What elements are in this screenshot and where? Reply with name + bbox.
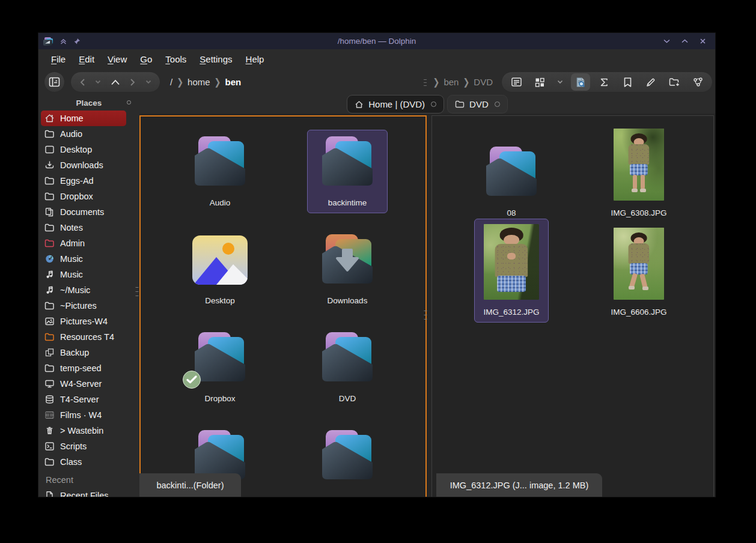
folder-icon xyxy=(189,135,251,190)
document-icon xyxy=(44,491,55,497)
urlbar-splitter-handle[interactable] xyxy=(424,78,427,86)
tab-dvd[interactable]: DVD xyxy=(447,95,508,114)
file-tile-img-6308-jpg[interactable]: IMG_6308.JPG xyxy=(602,123,675,223)
forward-history-dropdown[interactable] xyxy=(145,80,151,84)
sidebar-item-wastebin[interactable]: > Wastebin xyxy=(41,423,126,438)
sidebar-item-downloads[interactable]: Downloads xyxy=(41,157,126,173)
back-button[interactable] xyxy=(79,78,85,86)
file-name-label: IMG_6312.JPG xyxy=(483,307,539,317)
up-button[interactable] xyxy=(111,79,120,85)
pin-icon[interactable] xyxy=(73,37,81,46)
pane-splitter-handle[interactable] xyxy=(424,309,427,320)
sidebar-item-dropbox[interactable]: Dropbox xyxy=(41,189,126,204)
sidebar-splitter-handle[interactable] xyxy=(135,285,139,296)
sidebar-item-music[interactable]: Music xyxy=(41,251,126,267)
places-panel-button[interactable] xyxy=(127,100,131,105)
breadcrumb-dvd[interactable]: DVD xyxy=(474,77,493,87)
show-panels-button[interactable] xyxy=(44,71,65,93)
shade-window-icon[interactable] xyxy=(59,37,67,46)
folder-icon xyxy=(44,129,55,139)
sidebar-item-label: Home xyxy=(60,114,84,123)
menu-settings[interactable]: Settings xyxy=(194,52,237,67)
window-title: /home/ben — Dolphin xyxy=(38,37,715,46)
tab-close-icon[interactable] xyxy=(431,102,436,107)
sidebar-item-w4-server[interactable]: W4-Server xyxy=(41,376,126,392)
folder-tile-desktop[interactable]: Desktop xyxy=(180,228,260,311)
sidebar-item-label: Music xyxy=(60,254,83,264)
folder-tile-item[interactable] xyxy=(307,423,388,497)
file-tile-img-6606-jpg[interactable]: IMG_6606.JPG xyxy=(602,222,675,323)
sidebar-item-admin[interactable]: Admin xyxy=(41,235,126,251)
folder-icon xyxy=(44,223,55,233)
folder-view-left-pane[interactable]: Audio backintime Desktop Downloads Dropb… xyxy=(139,115,427,497)
left-pane-status: backinti...(Folder) xyxy=(139,473,241,497)
sidebar-item-backup[interactable]: Backup xyxy=(41,345,126,360)
menu-view[interactable]: View xyxy=(102,52,132,67)
sidebar-item-music[interactable]: ~/Music xyxy=(41,282,126,298)
tab-label: DVD xyxy=(469,99,489,109)
folder-tile-dvd[interactable]: DVD xyxy=(307,326,388,409)
toolbar-actions xyxy=(501,71,713,93)
sidebar-item-home[interactable]: Home xyxy=(41,111,126,126)
folder-tile-downloads[interactable]: Downloads xyxy=(307,228,388,311)
menu-go[interactable]: Go xyxy=(135,52,157,67)
sidebar-item-label: T4-Server xyxy=(60,395,99,404)
menu-help[interactable]: Help xyxy=(240,52,270,67)
sidebar-item-scripts[interactable]: Scripts xyxy=(41,438,126,454)
minimize-button[interactable] xyxy=(662,37,671,46)
share-icon[interactable] xyxy=(688,73,707,91)
places-panel: Places HomeAudioDesktopDownloadsEggs-AdD… xyxy=(38,95,139,497)
new-folder-icon[interactable] xyxy=(665,73,684,91)
tab-close-icon[interactable] xyxy=(495,102,500,107)
details-view-icon[interactable] xyxy=(507,73,526,91)
sidebar-item-resources-t4[interactable]: Resources T4 xyxy=(41,329,126,345)
breadcrumb-home[interactable]: home xyxy=(187,77,210,87)
sidebar-item-pictures[interactable]: ~Pictures xyxy=(41,298,126,314)
navigation-buttons xyxy=(70,71,160,93)
desktop-icon xyxy=(44,145,55,155)
folder-tile-dropbox[interactable]: Dropbox xyxy=(180,326,260,409)
breadcrumb-ben-2[interactable]: ben xyxy=(444,77,459,87)
terminal-icon xyxy=(44,441,55,452)
sidebar-item-audio[interactable]: Audio xyxy=(41,126,126,142)
menu-file[interactable]: File xyxy=(46,52,71,67)
sidebar-item-temp-seed[interactable]: temp-seed xyxy=(41,360,126,376)
breadcrumb-root[interactable]: / xyxy=(170,77,172,87)
folder-tile-08[interactable]: 08 xyxy=(471,140,552,223)
back-history-dropdown[interactable] xyxy=(95,80,101,84)
file-name-label: Downloads xyxy=(328,296,368,306)
file-search-icon[interactable] xyxy=(571,73,590,91)
file-name-label: Audio xyxy=(210,198,231,208)
photo-thumbnail xyxy=(484,224,539,300)
sidebar-item-eggs-ad[interactable]: Eggs-Ad xyxy=(41,173,126,189)
close-button[interactable] xyxy=(698,37,707,46)
breadcrumb-separator-icon: ❯ xyxy=(177,77,183,88)
sidebar-item-recent-files[interactable]: Recent Files xyxy=(41,488,126,497)
menu-tools[interactable]: Tools xyxy=(160,52,192,67)
sidebar-item-films-w4[interactable]: Films · W4 xyxy=(41,407,126,423)
sigma-icon[interactable] xyxy=(594,73,614,91)
sidebar-item-label: ~/Music xyxy=(60,285,90,295)
folder-tile-audio[interactable]: Audio xyxy=(180,130,260,213)
folder-icon xyxy=(480,145,543,201)
folder-view-right-pane[interactable]: 08 IMG_6308.JPG IMG_6312.JPG IMG_6606.JP… xyxy=(431,115,714,497)
sidebar-item-pictures-w4[interactable]: Pictures-W4 xyxy=(41,314,126,329)
sidebar-item-desktop[interactable]: Desktop xyxy=(41,142,126,157)
maximize-button[interactable] xyxy=(680,37,689,46)
view-mode-dropdown-icon[interactable] xyxy=(553,73,567,91)
edit-pencil-icon[interactable] xyxy=(641,73,660,91)
icon-view-icon[interactable] xyxy=(530,73,549,91)
menu-edit[interactable]: Edit xyxy=(73,52,100,67)
sidebar-item-t4-server[interactable]: T4-Server xyxy=(41,392,126,407)
sidebar-item-class[interactable]: Class xyxy=(41,454,126,470)
sidebar-item-notes[interactable]: Notes xyxy=(41,220,126,235)
bookmark-icon[interactable] xyxy=(618,73,637,91)
sidebar-item-music[interactable]: Music xyxy=(41,267,126,282)
breadcrumb-ben[interactable]: ben xyxy=(225,77,242,87)
tab-home-dvd[interactable]: Home | (DVD) xyxy=(347,95,444,114)
sidebar-item-documents[interactable]: Documents xyxy=(41,204,126,220)
file-tile-img-6312-jpg[interactable]: IMG_6312.JPG xyxy=(474,219,548,323)
folder-tile-backintime[interactable]: backintime xyxy=(307,130,388,213)
forward-button[interactable] xyxy=(130,78,136,86)
folder-icon xyxy=(316,429,379,484)
